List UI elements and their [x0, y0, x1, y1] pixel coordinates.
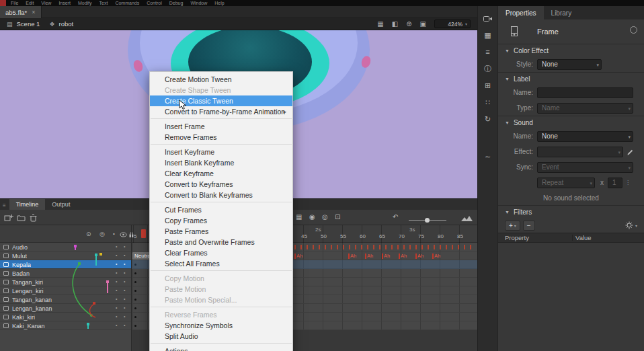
- visibility-dot[interactable]: •: [116, 270, 117, 275]
- menu-item-select-all-frames[interactable]: Select All Frames: [150, 258, 292, 269]
- menu-item-convert-to-keyframes[interactable]: Convert to Keyframes: [150, 179, 292, 190]
- edit-multiple-frames-icon[interactable]: ▦: [296, 213, 302, 221]
- layer-row-kaki-kiri[interactable]: Kaki_kiri••: [0, 313, 131, 321]
- zoom-control[interactable]: 424% ▾: [434, 20, 471, 28]
- clip-content-icon[interactable]: ▣: [420, 20, 426, 28]
- visibility-dot[interactable]: •: [116, 314, 117, 319]
- visibility-dot[interactable]: •: [116, 305, 117, 310]
- lock-dot[interactable]: •: [124, 314, 125, 319]
- menu-item-insert-frame[interactable]: Insert Frame: [150, 121, 292, 132]
- playhead[interactable]: [141, 229, 146, 238]
- layer-row-lengan-kiri[interactable]: Lengan_kiri••: [0, 286, 131, 295]
- timeline-zoom-fit-icon[interactable]: [461, 215, 473, 221]
- onion-skin-icon[interactable]: ◉: [309, 213, 315, 221]
- dots-panel-icon[interactable]: ∷: [485, 98, 490, 106]
- menu-item-insert-keyframe[interactable]: Insert Keyframe: [150, 147, 292, 157]
- tab-timeline[interactable]: Timeline: [9, 199, 46, 210]
- onion-skin-outlines-icon[interactable]: ◎: [322, 213, 328, 221]
- mask-bounds-icon[interactable]: ◧: [392, 20, 398, 28]
- edit-pencil-icon[interactable]: [627, 149, 634, 155]
- center-frame-icon[interactable]: ⊙: [86, 231, 91, 237]
- layer-row-badan[interactable]: Badan••: [0, 269, 131, 278]
- label-name-input[interactable]: [537, 87, 633, 98]
- menu-item-convert-to-frame-by-frame-animation[interactable]: Convert to Frame-by-Frame Animation▸: [150, 106, 292, 117]
- menu-item-paste-frames[interactable]: Paste Frames: [150, 226, 292, 237]
- menu-item-create-motion-tween[interactable]: Create Motion Tween: [150, 74, 292, 85]
- menu-window[interactable]: Window: [190, 0, 207, 6]
- menu-item-insert-blank-keyframe[interactable]: Insert Blank Keyframe: [150, 157, 292, 168]
- section-header-sound[interactable]: ▼ Sound: [498, 116, 644, 128]
- menu-view[interactable]: View: [41, 0, 51, 6]
- menu-edit[interactable]: Edit: [26, 0, 34, 6]
- visibility-dot[interactable]: •: [116, 297, 117, 301]
- menu-item-remove-frames[interactable]: Remove Frames: [150, 132, 292, 143]
- tab-library[interactable]: Library: [544, 6, 579, 20]
- style-dropdown[interactable]: None ▾: [537, 59, 602, 70]
- menu-debug[interactable]: Debug: [169, 0, 184, 6]
- menu-item-split-audio[interactable]: Split Audio: [150, 331, 292, 342]
- menu-item-clear-keyframe[interactable]: Clear Keyframe: [150, 168, 292, 179]
- visibility-dot[interactable]: •: [116, 244, 117, 249]
- lock-dot[interactable]: •: [124, 323, 125, 327]
- layer-row-tangan-kanan[interactable]: Tangan_kanan••: [0, 295, 131, 304]
- delete-layer-icon[interactable]: [30, 214, 37, 222]
- camera-panel-icon[interactable]: [483, 15, 493, 22]
- lock-dot[interactable]: •: [124, 270, 125, 275]
- lock-dot[interactable]: •: [124, 288, 125, 292]
- undo-icon[interactable]: ↶: [393, 213, 398, 221]
- layer-row-kepala[interactable]: Kepala••: [0, 260, 131, 269]
- menu-control[interactable]: Control: [147, 0, 162, 6]
- menu-item-create-classic-tween[interactable]: Create Classic Tween: [150, 95, 292, 106]
- menu-text[interactable]: Text: [99, 0, 108, 6]
- frames-panel-icon[interactable]: ▦: [484, 31, 491, 39]
- list-panel-icon[interactable]: ≡: [485, 48, 489, 56]
- lock-dot[interactable]: •: [124, 297, 125, 301]
- grid-panel-icon[interactable]: ⊞: [485, 81, 491, 89]
- new-folder-icon[interactable]: [17, 214, 26, 222]
- slider-knob[interactable]: [425, 218, 430, 223]
- menu-insert[interactable]: Insert: [58, 0, 71, 6]
- filters-options[interactable]: ▾: [625, 221, 637, 229]
- tab-output[interactable]: Output: [45, 199, 77, 210]
- section-header-label[interactable]: ▼ Label: [498, 73, 644, 85]
- menu-item-actions[interactable]: Actions: [150, 346, 292, 351]
- history-panel-icon[interactable]: ↻: [485, 115, 491, 123]
- lock-dot[interactable]: •: [124, 279, 125, 284]
- info-panel-icon[interactable]: ⓘ: [484, 65, 491, 73]
- menu-item-cut-frames[interactable]: Cut Frames: [150, 204, 292, 215]
- lock-dot[interactable]: •: [124, 305, 125, 310]
- menu-item-clear-frames[interactable]: Clear Frames: [150, 247, 292, 258]
- section-header-filters[interactable]: ▼ Filters: [498, 206, 644, 218]
- menu-help[interactable]: Help: [214, 0, 224, 6]
- menu-item-synchronize-symbols[interactable]: Synchronize Symbols: [150, 320, 292, 331]
- section-header-color-effect[interactable]: ▼ Color Effect: [498, 44, 644, 56]
- pin-panel-icon[interactable]: [630, 26, 637, 34]
- layer-row-mulut[interactable]: Mulut••: [0, 251, 131, 260]
- menu-modify[interactable]: Modify: [78, 0, 92, 6]
- modify-markers-icon[interactable]: ⊡: [335, 213, 340, 221]
- menu-item-copy-frames[interactable]: Copy Frames: [150, 215, 292, 226]
- layer-row-lengan-kanan[interactable]: Lengan_kanan••: [0, 304, 131, 313]
- add-filter-button[interactable]: + ▾: [505, 221, 520, 231]
- lock-dot[interactable]: •: [124, 262, 125, 266]
- timeline-zoom-slider[interactable]: [409, 220, 446, 221]
- document-tab[interactable]: ab5.fla* ×: [0, 6, 42, 18]
- menu-commands[interactable]: Commands: [115, 0, 139, 6]
- visibility-dot[interactable]: •: [116, 288, 117, 292]
- menu-item-paste-and-overwrite-frames[interactable]: Paste and Overwrite Frames: [150, 237, 292, 247]
- new-layer-icon[interactable]: [4, 214, 13, 222]
- highlight-column-icon[interactable]: •: [113, 231, 115, 237]
- lock-dot[interactable]: •: [124, 253, 125, 258]
- tab-properties[interactable]: Properties: [498, 6, 544, 20]
- eye-icon[interactable]: [120, 232, 127, 237]
- close-tab-icon[interactable]: ×: [32, 9, 35, 15]
- sound-name-dropdown[interactable]: None ▾: [537, 131, 633, 142]
- visibility-dot[interactable]: •: [116, 253, 117, 258]
- menu-item-convert-to-blank-keyframes[interactable]: Convert to Blank Keyframes: [150, 190, 292, 200]
- breadcrumb-scene[interactable]: Scene 1: [17, 20, 40, 28]
- visibility-dot[interactable]: •: [116, 262, 117, 266]
- remove-filter-button[interactable]: −: [523, 221, 535, 231]
- layer-row-audio[interactable]: Audio••: [0, 243, 131, 251]
- visibility-dot[interactable]: •: [116, 279, 117, 284]
- center-stage-icon[interactable]: ⊕: [406, 20, 411, 28]
